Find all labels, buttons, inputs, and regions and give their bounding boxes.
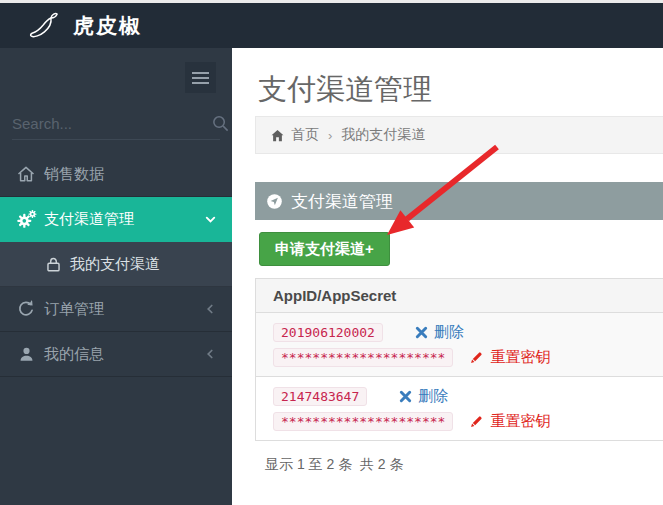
chevron-down-icon — [203, 212, 218, 227]
sidebar-collapse-button[interactable] — [185, 62, 216, 93]
table-column-header: AppID/AppSecret — [256, 278, 663, 313]
sidebar-item-sales-data[interactable]: 销售数据 — [0, 152, 232, 197]
brand-name[interactable]: 虎皮椒 — [73, 12, 142, 40]
user-icon — [15, 343, 37, 365]
home-icon — [15, 163, 37, 185]
breadcrumb: 首页 › 我的支付渠道 — [255, 116, 663, 154]
lock-icon — [44, 255, 63, 274]
channels-table: AppID/AppSecret 201906120002 删除 ********… — [255, 278, 663, 441]
pencil-icon — [469, 414, 484, 429]
chevron-left-icon — [203, 347, 218, 362]
sidebar-item-label: 我的信息 — [44, 345, 203, 364]
circle-arrow-icon — [266, 193, 283, 210]
topbar: 虎皮椒 — [0, 3, 663, 48]
delete-link[interactable]: 删除 — [399, 387, 448, 406]
cogs-icon — [15, 209, 37, 231]
search-input[interactable] — [12, 115, 211, 132]
app-id-value: 201906120002 — [273, 323, 383, 342]
search-icon[interactable] — [211, 112, 230, 136]
x-delete-icon — [415, 326, 428, 339]
app-window: 虎皮椒 销售数据 — [0, 0, 663, 505]
sidebar-item-order-management[interactable]: 订单管理 — [0, 287, 232, 332]
breadcrumb-separator: › — [328, 128, 332, 143]
panel-title: 支付渠道管理 — [291, 190, 393, 213]
sidebar-item-label: 我的支付渠道 — [70, 255, 218, 274]
chili-pepper-icon — [27, 9, 59, 43]
breadcrumb-home-link[interactable]: 首页 — [291, 126, 319, 144]
sidebar-item-label: 支付渠道管理 — [44, 210, 203, 229]
app-secret-masked: ********************* — [273, 412, 453, 431]
page-title: 支付渠道管理 — [258, 70, 432, 110]
chevron-left-icon — [203, 302, 218, 317]
app-secret-masked: ********************* — [273, 348, 453, 367]
home-icon — [270, 128, 285, 143]
main-content: 支付渠道管理 首页 › 我的支付渠道 支付渠道管理 申请支付渠道+ AppID/… — [232, 48, 663, 505]
sidebar-item-label: 订单管理 — [44, 300, 203, 319]
x-delete-icon — [399, 390, 412, 403]
sidebar-menu: 销售数据 — [0, 152, 232, 377]
sidebar-item-label: 销售数据 — [44, 165, 218, 184]
app-id-value: 2147483647 — [273, 387, 367, 406]
table-summary: 显示 1 至 2 条 共 2 条 — [265, 456, 403, 474]
delete-link[interactable]: 删除 — [415, 323, 464, 342]
sidebar-item-my-payment-channels[interactable]: 我的支付渠道 — [0, 242, 232, 287]
sidebar: 销售数据 — [0, 48, 232, 505]
table-row: 2147483647 删除 ********************* — [256, 377, 663, 441]
panel-header: 支付渠道管理 — [255, 182, 663, 220]
sidebar-search — [12, 108, 220, 140]
table-row: 201906120002 删除 ********************* — [256, 313, 663, 377]
reset-secret-link[interactable]: 重置密钥 — [469, 348, 550, 367]
reset-secret-link[interactable]: 重置密钥 — [469, 412, 550, 431]
hamburger-icon — [192, 72, 209, 74]
pencil-icon — [469, 350, 484, 365]
recycle-icon — [15, 298, 37, 320]
sidebar-item-payment-channels[interactable]: 支付渠道管理 — [0, 197, 232, 242]
breadcrumb-current: 我的支付渠道 — [341, 126, 425, 144]
sidebar-item-my-info[interactable]: 我的信息 — [0, 332, 232, 377]
apply-payment-channel-button[interactable]: 申请支付渠道+ — [259, 232, 390, 266]
